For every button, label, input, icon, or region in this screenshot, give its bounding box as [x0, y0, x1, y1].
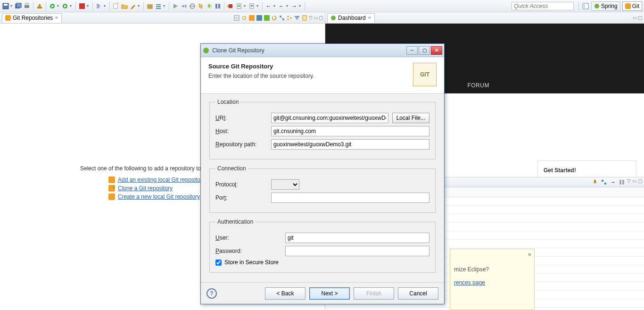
dialog-titlebar[interactable]: Clone Git Repository ─ ▢ ✕ [201, 44, 444, 57]
minimize-icon[interactable]: ▭ [632, 178, 636, 186]
tip-link[interactable]: rences page [454, 279, 485, 286]
svg-text:*: * [117, 3, 119, 7]
local-file-button[interactable]: Local File... [392, 113, 429, 123]
clone-repo-link[interactable]: Clone a Git repository [118, 185, 173, 192]
view-tab-label: Dashboard [338, 15, 366, 21]
user-input[interactable] [285, 233, 429, 243]
close-icon[interactable]: ✕ [55, 16, 58, 20]
arrow-right-icon[interactable]: → [609, 178, 617, 186]
svg-rect-15 [148, 5, 152, 8]
export-icon[interactable] [248, 2, 256, 10]
minimize-icon[interactable]: ▭ [314, 15, 318, 20]
create-repo-link[interactable]: Create a new local Git repository [118, 193, 200, 200]
refresh-icon[interactable] [206, 2, 213, 10]
view-menu-icon[interactable]: ▽ [627, 178, 631, 186]
close-button[interactable]: ✕ [431, 46, 442, 55]
svg-text:*: * [113, 193, 115, 198]
add-existing-link[interactable]: Add an existing local Git repository [118, 176, 205, 183]
back-button[interactable]: < Back [265, 287, 305, 300]
pin-icon[interactable] [591, 178, 599, 186]
maximize-icon[interactable]: ▢ [638, 178, 642, 186]
link-editor-icon[interactable] [241, 15, 248, 21]
git-add-icon [108, 176, 115, 183]
refresh-icon[interactable] [271, 15, 278, 21]
dropdown-icon[interactable]: ▾ [273, 4, 277, 8]
password-input[interactable] [285, 246, 429, 256]
dropdown-icon[interactable]: ▾ [87, 4, 90, 8]
tree-icon[interactable] [600, 178, 608, 186]
get-started-panel[interactable]: Get Started! [537, 160, 636, 177]
maximize-icon[interactable]: ▢ [638, 15, 642, 20]
hierarchy-icon[interactable] [279, 15, 285, 21]
dropdown-icon[interactable]: ▾ [163, 4, 166, 8]
cancel-button[interactable]: Cancel [398, 287, 438, 300]
dropdown-icon[interactable]: ▾ [57, 4, 60, 8]
svg-rect-1 [4, 4, 8, 6]
new-icon[interactable]: * [112, 2, 120, 10]
repo-path-input[interactable] [271, 139, 429, 150]
stop-icon[interactable] [78, 2, 86, 10]
dropdown-icon[interactable]: ▾ [10, 4, 14, 8]
save-icon[interactable] [2, 2, 9, 10]
minimize-icon[interactable]: ▭ [633, 15, 637, 20]
nav-forum[interactable]: FORUM [467, 82, 489, 89]
forward-icon[interactable]: ← [278, 2, 285, 10]
debug-run-icon[interactable] [49, 2, 56, 10]
extension-icon[interactable] [227, 2, 234, 10]
host-input[interactable] [271, 126, 429, 136]
perspective-git[interactable]: Git [622, 1, 642, 11]
branch-icon[interactable] [286, 15, 293, 21]
svg-point-46 [288, 18, 289, 20]
view-menu-icon[interactable]: ▽ [309, 15, 313, 20]
help-icon[interactable]: ? [206, 288, 217, 299]
close-icon[interactable]: ✕ [368, 16, 372, 20]
uri-input[interactable] [271, 113, 388, 123]
dropdown-icon[interactable]: ▾ [286, 4, 289, 8]
terminate-icon[interactable] [189, 2, 196, 10]
print-icon[interactable] [23, 2, 31, 10]
git-create-icon[interactable] [264, 15, 270, 21]
skip-icon[interactable] [95, 2, 103, 10]
doc-icon[interactable] [301, 15, 308, 21]
columns-icon[interactable] [214, 2, 222, 10]
dropdown-icon[interactable]: ▾ [70, 4, 73, 8]
git-add-icon[interactable] [248, 15, 255, 21]
dropdown-icon[interactable]: ▾ [244, 4, 247, 8]
dropdown-icon[interactable]: ▾ [104, 4, 107, 8]
next-button[interactable]: Next > [309, 287, 350, 300]
maximize-icon[interactable]: ▢ [319, 15, 323, 20]
protocol-select[interactable] [271, 179, 299, 190]
store-secure-checkbox[interactable] [215, 260, 222, 266]
edit-icon[interactable] [129, 2, 137, 10]
filter-icon[interactable] [294, 15, 300, 21]
minimize-button[interactable]: ─ [406, 46, 418, 55]
port-input[interactable] [271, 193, 429, 203]
finish-button[interactable]: Finish [354, 287, 394, 300]
view-tab-dashboard[interactable]: Dashboard ✕ [327, 13, 375, 23]
pointer-icon[interactable] [197, 2, 205, 10]
quick-access-input[interactable] [512, 2, 574, 10]
run-icon[interactable] [61, 2, 69, 10]
back-icon[interactable]: ← [265, 2, 272, 10]
list-icon[interactable] [155, 2, 162, 10]
dropdown-icon[interactable]: ▾ [256, 4, 260, 8]
folder-open-icon[interactable] [121, 2, 128, 10]
maximize-button[interactable]: ▢ [419, 46, 430, 55]
nav-back-icon[interactable]: → [290, 2, 298, 10]
collapse-all-icon[interactable] [233, 15, 240, 21]
package-icon[interactable] [146, 2, 154, 10]
git-clone-icon[interactable] [256, 15, 263, 21]
play-icon[interactable] [172, 2, 179, 10]
close-icon[interactable]: × [528, 251, 531, 258]
dropdown-icon[interactable]: ▾ [299, 4, 302, 8]
open-perspective-icon[interactable] [582, 2, 589, 10]
view-toolbar: ▽ ▭ ▢ [233, 15, 323, 21]
import-icon[interactable] [235, 2, 243, 10]
save-all-icon[interactable] [15, 2, 22, 10]
perspective-spring[interactable]: Spring [591, 1, 620, 11]
view-tab-git-repositories[interactable]: Git Repositories ✕ [2, 13, 62, 23]
step-icon[interactable] [180, 2, 188, 10]
columns-icon[interactable] [618, 178, 626, 186]
dropdown-icon[interactable]: ▾ [138, 4, 141, 8]
build-icon[interactable] [36, 2, 43, 10]
